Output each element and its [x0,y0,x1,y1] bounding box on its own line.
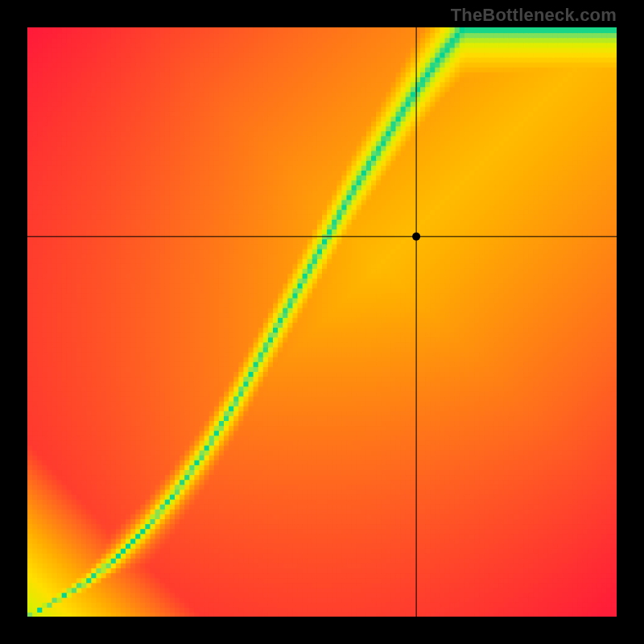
watermark-text: TheBottleneck.com [451,5,617,26]
bottleneck-heatmap [27,27,617,617]
chart-container: TheBottleneck.com [0,0,644,644]
